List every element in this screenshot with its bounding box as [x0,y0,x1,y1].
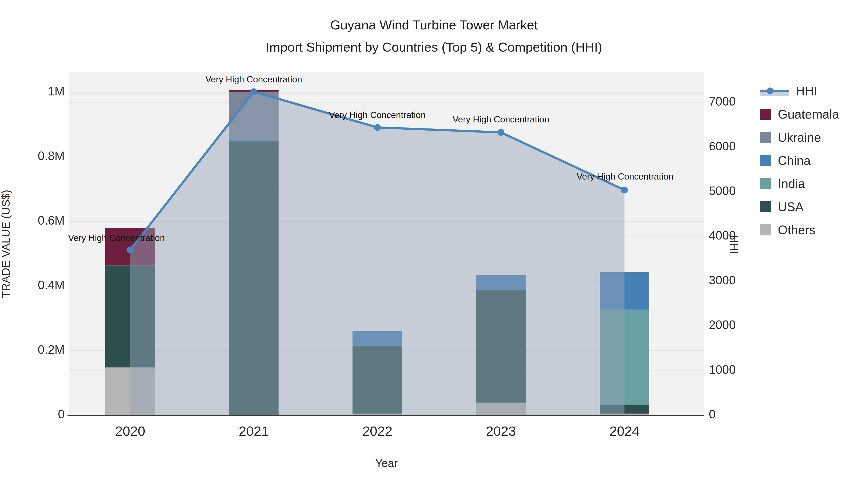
y-left-tick: 0.8M [38,149,65,163]
legend-item-guatemala[interactable]: Guatemala [760,103,839,126]
legend: HHIGuatemalaUkraineChinaIndiaUSAOthers [760,79,839,241]
figure: Guyana Wind Turbine Tower Market Import … [0,0,868,488]
legend-hhi-line-icon [760,86,789,97]
x-tick: 2024 [610,423,640,438]
legend-label: India [778,176,805,191]
chart-canvas: 00.2M0.4M0.6M0.8M1M010002000300040005000… [0,0,868,488]
legend-swatch-guatemala [760,109,771,120]
legend-swatch-others [760,224,771,235]
legend-label: USA [778,199,804,214]
y-left-tick: 0.6M [38,214,65,227]
legend-swatch-india [760,178,771,189]
y-right-tick: 3000 [709,273,736,287]
legend-item-hhi[interactable]: HHI [760,79,839,103]
x-tick: 2022 [362,423,393,438]
legend-item-india[interactable]: India [760,172,839,195]
legend-swatch-usa [760,201,771,212]
y-right-tick: 0 [709,408,716,421]
legend-item-china[interactable]: China [760,149,839,172]
y-left-tick: 0 [58,408,65,421]
hhi-marker-2024 [621,187,628,193]
y-left-axis-title: TRADE VALUE (US$) [0,190,12,298]
y-right-tick: 5000 [709,184,736,198]
x-tick: 2021 [239,423,269,438]
annotation-very-high-concentration: Very High Concentration [68,233,165,243]
y-right-tick: 2000 [709,318,736,332]
legend-hhi-band [760,91,789,96]
y-right-tick: 6000 [709,139,736,153]
x-axis-title: Year [375,457,398,469]
legend-hhi-line [760,90,789,92]
annotation-very-high-concentration: Very High Concentration [206,74,302,84]
legend-item-others[interactable]: Others [760,218,839,241]
y-left-tick: 1M [48,85,65,98]
legend-hhi-dot [767,88,774,94]
hhi-marker-2021 [250,88,257,95]
x-tick: 2020 [115,423,145,438]
legend-label: Ukraine [778,130,821,144]
hhi-marker-2023 [498,129,504,136]
legend-label: China [778,153,811,168]
legend-swatch-china [760,155,771,166]
legend-label: Others [778,223,815,237]
annotation-very-high-concentration: Very High Concentration [453,115,549,124]
y-right-axis-title: HHI [728,235,740,254]
hhi-marker-2022 [374,124,381,131]
annotation-very-high-concentration: Very High Concentration [577,171,673,182]
x-tick: 2023 [486,423,516,438]
legend-item-ukraine[interactable]: Ukraine [760,126,839,149]
y-right-tick: 1000 [709,363,736,377]
y-left-tick: 0.2M [38,343,65,356]
legend-label: HHI [796,84,817,98]
y-left-tick: 0.4M [38,278,65,292]
hhi-marker-2020 [127,247,133,253]
y-right-tick: 7000 [709,95,736,108]
legend-swatch-ukraine [760,132,771,143]
legend-label: Guatemala [778,107,839,122]
legend-item-usa[interactable]: USA [760,195,839,218]
annotation-very-high-concentration: Very High Concentration [329,110,426,120]
